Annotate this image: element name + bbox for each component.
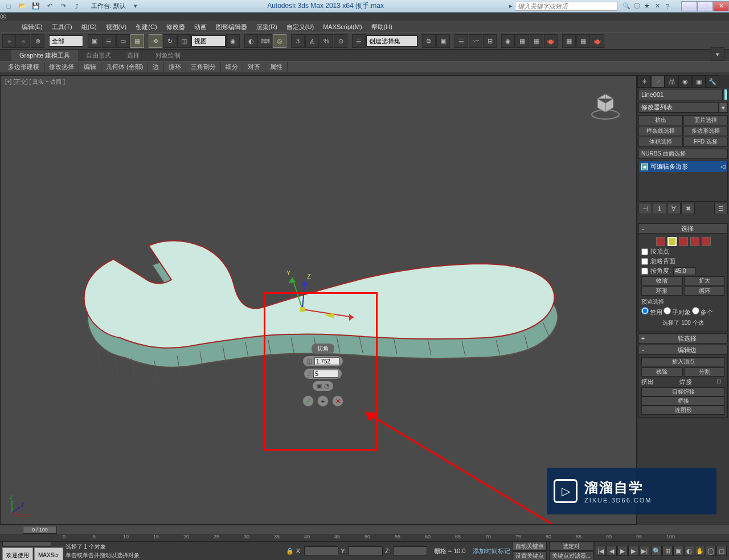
- object-color-swatch[interactable]: [724, 89, 728, 100]
- zoom-icon[interactable]: 🔍: [652, 546, 662, 556]
- x-coord-input[interactable]: [304, 546, 338, 555]
- btn-poly-sel[interactable]: 多边形选择: [683, 126, 728, 136]
- menu-modifiers[interactable]: 修改器: [162, 21, 190, 32]
- angle-snap-icon[interactable]: ∡: [305, 34, 319, 48]
- menu-animation[interactable]: 动画: [190, 21, 211, 32]
- search-input[interactable]: [515, 2, 617, 11]
- move-icon[interactable]: ✥: [149, 34, 162, 48]
- btn-target-weld[interactable]: 目标焊接: [641, 387, 725, 397]
- minimize-button[interactable]: —: [681, 1, 697, 11]
- next-frame-icon[interactable]: ▶: [628, 546, 638, 556]
- rotate-icon[interactable]: ↻: [163, 34, 177, 48]
- ribbon-subdiv[interactable]: 细分: [221, 62, 243, 72]
- modify-tab-icon[interactable]: ⟋: [651, 75, 665, 88]
- ribbon-edit[interactable]: 编辑: [79, 62, 101, 72]
- setkey-button[interactable]: 设置关键点: [513, 551, 547, 561]
- menu-edit[interactable]: 编辑(E): [17, 21, 47, 32]
- mirror-icon[interactable]: ⧉: [422, 34, 436, 48]
- window-crossing-icon[interactable]: ▦: [130, 34, 144, 48]
- search-icon[interactable]: 🔍: [622, 2, 631, 11]
- ribbon-tab-selection[interactable]: 选择: [119, 50, 148, 61]
- orbit-icon[interactable]: ◯: [706, 546, 716, 556]
- layers-icon[interactable]: ☰: [454, 34, 468, 48]
- manipulate-icon[interactable]: ◐: [244, 34, 258, 48]
- caddy-cancel-button[interactable]: ✕: [332, 395, 343, 407]
- btn-insert-vert[interactable]: 插入顶点: [641, 357, 725, 366]
- ribbon-loops[interactable]: 循环: [164, 62, 186, 72]
- btn-weld[interactable]: 焊接: [679, 378, 717, 386]
- caddy-opt2-icon[interactable]: ◔: [324, 382, 330, 390]
- z-coord-input[interactable]: [393, 546, 427, 555]
- schematic-icon[interactable]: ⊞: [483, 34, 497, 48]
- border-icon[interactable]: [679, 237, 688, 246]
- btn-extrude-edge[interactable]: 挤出: [641, 378, 679, 386]
- chk-by-angle[interactable]: [641, 268, 648, 275]
- ribbon-expand-icon[interactable]: ▾: [711, 47, 724, 61]
- ribbon-tab-graphite[interactable]: Graphite 建模工具: [11, 50, 78, 61]
- ribbon-tab-paint[interactable]: 对象绘制: [148, 50, 189, 61]
- rect-region-icon[interactable]: ▭: [116, 34, 130, 48]
- viewcube-icon[interactable]: [588, 87, 622, 121]
- link-icon[interactable]: ⤴: [71, 1, 83, 11]
- btn-split[interactable]: 分割: [684, 367, 726, 377]
- redo-icon[interactable]: ↷: [57, 1, 69, 11]
- stack-item-editable-poly[interactable]: ■ 可编辑多边形 ◁: [639, 161, 727, 172]
- btn-extrude[interactable]: 挤出: [638, 115, 683, 125]
- btn-shrink[interactable]: 收缩: [641, 276, 683, 285]
- named-sel-sets[interactable]: 创建选择集: [366, 35, 417, 47]
- lock-icon[interactable]: 🔒: [286, 547, 294, 555]
- exchange-icon[interactable]: ✕: [653, 2, 662, 11]
- radio-off[interactable]: [641, 307, 649, 314]
- align-icon[interactable]: ▣: [436, 34, 450, 48]
- teapot-icon[interactable]: 🫖: [591, 34, 604, 48]
- rollout-softsel-header[interactable]: +软选择: [638, 333, 728, 344]
- radio-multi[interactable]: [692, 307, 699, 314]
- chamfer-segments-input[interactable]: [313, 370, 338, 378]
- btn-nurbs-sel[interactable]: NURBS 曲面选择: [638, 149, 728, 159]
- edge-icon[interactable]: [667, 237, 677, 246]
- keyboard-icon[interactable]: ⌨: [259, 34, 272, 48]
- snap-icon[interactable]: ◎: [273, 34, 286, 48]
- play-icon[interactable]: ▶: [617, 546, 628, 556]
- ribbon-props[interactable]: 属性: [265, 62, 288, 72]
- chamfer-amount-input[interactable]: [314, 357, 339, 365]
- modifier-stack[interactable]: ■ 可编辑多边形 ◁: [638, 161, 728, 202]
- material-icon[interactable]: ◉: [501, 34, 515, 48]
- unique-icon[interactable]: ∀: [667, 203, 681, 214]
- pan-icon[interactable]: ✋: [695, 546, 705, 556]
- caddy-ok-button[interactable]: ✓: [302, 395, 314, 407]
- maxmin-icon[interactable]: ▢: [716, 546, 727, 556]
- menu-customize[interactable]: 自定义(U): [282, 21, 318, 32]
- percent-snap-icon[interactable]: %: [320, 34, 333, 48]
- viewport-label[interactable]: [+] [正交] [ 真实 + 边面 ]: [5, 78, 65, 86]
- favorite-icon[interactable]: ★: [642, 2, 652, 11]
- frame-slider[interactable]: 0 / 100: [23, 526, 57, 534]
- help-icon[interactable]: ?: [663, 2, 672, 11]
- btn-grow[interactable]: 扩大: [684, 276, 726, 285]
- menu-views[interactable]: 视图(V): [101, 21, 132, 32]
- pin-stack-icon[interactable]: ⊣: [638, 203, 652, 214]
- display-tab-icon[interactable]: ▣: [692, 75, 706, 88]
- menu-maxscript[interactable]: MAXScript(M): [318, 21, 366, 32]
- menu-rendering[interactable]: 渲染(R): [252, 21, 282, 32]
- dropdown-icon[interactable]: ▾: [129, 1, 142, 11]
- time-slider[interactable]: 0 / 100: [0, 525, 729, 534]
- named-sel-icon[interactable]: ☰: [352, 34, 366, 48]
- render-prod-icon[interactable]: ▦: [562, 34, 576, 48]
- goto-start-icon[interactable]: |◀: [596, 546, 606, 556]
- pivot-icon[interactable]: ◉: [226, 34, 240, 48]
- unlink-icon[interactable]: ⟐: [17, 34, 30, 48]
- btn-create-shape[interactable]: 连图形: [641, 406, 725, 415]
- viewport[interactable]: [+] [正交] [ 真实 + 边面 ] x z y: [0, 75, 637, 525]
- chk-by-vertex[interactable]: [641, 248, 648, 255]
- angle-input[interactable]: [673, 267, 696, 275]
- show-end-icon[interactable]: ℹ: [653, 203, 666, 214]
- scale-icon[interactable]: ◫: [177, 34, 191, 48]
- menu-graph-editors[interactable]: 图形编辑器: [211, 21, 252, 32]
- selected-button[interactable]: 选定对: [549, 542, 593, 551]
- autokey-button[interactable]: 自动关键点: [513, 542, 547, 551]
- ribbon-poly-modeling[interactable]: 多边形建模: [3, 62, 44, 72]
- ribbon-align[interactable]: 对齐: [243, 62, 265, 72]
- utilities-tab-icon[interactable]: 🔧: [706, 75, 719, 88]
- vertex-icon[interactable]: [656, 237, 665, 246]
